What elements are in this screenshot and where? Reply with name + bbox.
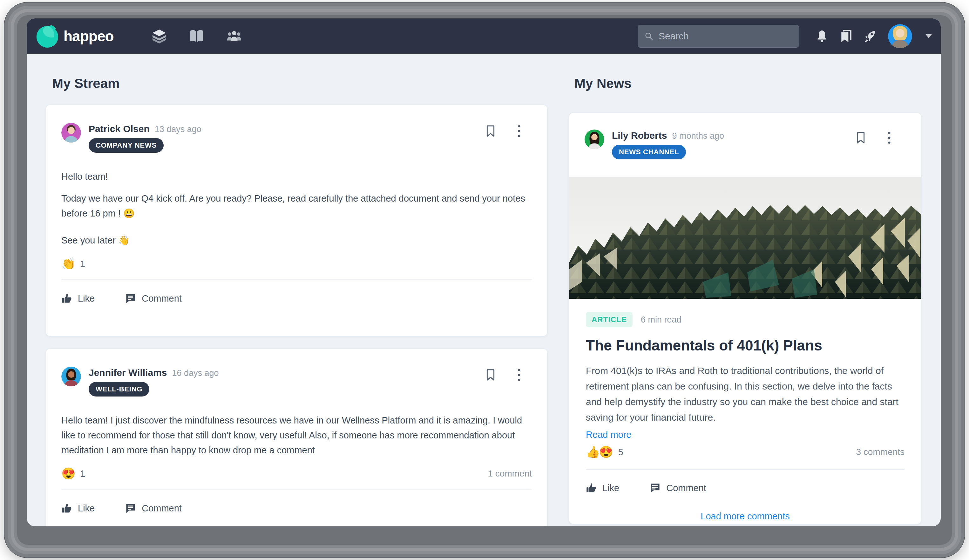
heart-eyes-emoji: 😍: [599, 446, 613, 458]
post-author-block: Jennifer Williams 16 days ago WELL-BEING: [89, 367, 219, 397]
thumbs-up-emoji: 👍: [586, 446, 600, 458]
news-post-card: Lily Roberts 9 months ago NEWS CHANNEL: [569, 113, 921, 524]
reaction-row: 👏 1: [46, 258, 547, 269]
channel-badge[interactable]: NEWS CHANNEL: [612, 145, 686, 160]
more-options-icon[interactable]: [884, 131, 895, 144]
device-frame: happeo: [5, 3, 964, 557]
comment-icon: [125, 293, 136, 304]
thumbs-up-icon: [61, 293, 72, 304]
bookmark-icon[interactable]: [485, 125, 496, 138]
chevron-down-icon[interactable]: [925, 34, 932, 39]
people-icon[interactable]: [227, 30, 241, 43]
read-time: 6 min read: [641, 315, 681, 325]
post-timestamp: 9 months ago: [672, 131, 724, 141]
post-actions: [855, 131, 895, 144]
rocket-icon[interactable]: [864, 30, 877, 43]
comment-icon: [125, 503, 136, 513]
author-avatar[interactable]: [61, 123, 81, 143]
more-options-icon[interactable]: [513, 369, 525, 381]
post-action-row: Like Comment: [46, 503, 547, 513]
post-header: Lily Roberts 9 months ago NEWS CHANNEL: [569, 113, 921, 160]
divider: [61, 489, 532, 490]
like-button[interactable]: Like: [586, 482, 619, 494]
author-name[interactable]: Patrick Olsen: [89, 123, 150, 134]
stream-post-card: Patrick Olsen 13 days ago COMPANY NEWS: [46, 105, 547, 336]
comment-button[interactable]: Comment: [125, 293, 182, 304]
more-options-icon[interactable]: [513, 125, 525, 138]
app-window: happeo: [27, 18, 941, 526]
comment-icon: [650, 482, 661, 494]
happeo-logo[interactable]: happeo: [36, 25, 114, 48]
comment-button[interactable]: Comment: [650, 482, 706, 494]
post-paragraph: See you later 👋: [61, 233, 532, 248]
post-header: Jennifer Williams 16 days ago WELL-BEING: [46, 349, 547, 397]
heart-eyes-emoji: 😍: [61, 468, 76, 479]
post-actions: [485, 369, 525, 381]
post-paragraph: Today we have our Q4 kick off. Are you r…: [61, 191, 532, 221]
author-avatar[interactable]: [584, 130, 604, 149]
top-navigation-bar: happeo: [27, 18, 941, 54]
search-box: [638, 25, 799, 48]
read-more-link[interactable]: Read more: [569, 430, 648, 440]
bookmark-icon[interactable]: [485, 369, 496, 381]
reaction-row: 😍 1 1 comment: [46, 468, 547, 479]
search-icon: [644, 31, 654, 41]
main-content: My Stream My News Patric: [27, 54, 941, 526]
clap-emoji: 👏: [61, 258, 76, 269]
stream-post-card: Jennifer Williams 16 days ago WELL-BEING: [46, 349, 547, 526]
clap-reaction[interactable]: 👏 1: [61, 258, 85, 269]
author-name[interactable]: Jennifer Williams: [89, 367, 167, 378]
thumbs-up-icon: [586, 482, 597, 494]
stream-section-title: My Stream: [52, 76, 120, 91]
post-timestamp: 13 days ago: [155, 125, 201, 134]
post-timestamp: 16 days ago: [172, 368, 218, 378]
reaction-emojis[interactable]: 👍 😍: [586, 446, 613, 458]
bookmarks-icon[interactable]: [840, 30, 852, 43]
post-paragraph: Hello team!: [61, 169, 532, 184]
comment-button[interactable]: Comment: [125, 503, 182, 513]
search-input[interactable]: [659, 31, 793, 42]
logo-text: happeo: [63, 28, 114, 45]
post-header: Patrick Olsen 13 days ago COMPANY NEWS: [46, 105, 547, 153]
user-avatar[interactable]: [888, 24, 912, 48]
reaction-row: 👍 😍 5 3 comments: [569, 446, 921, 458]
divider: [61, 279, 532, 280]
news-cover-image[interactable]: [569, 177, 921, 299]
channel-badge[interactable]: COMPANY NEWS: [89, 138, 164, 153]
heart-eyes-reaction[interactable]: 😍 1: [61, 468, 85, 479]
thumbs-up-icon: [61, 503, 72, 513]
like-button[interactable]: Like: [61, 503, 95, 513]
book-icon[interactable]: [189, 30, 204, 43]
happeo-leaf-icon: [36, 25, 59, 48]
article-meta-row: ARTICLE 6 min read: [569, 312, 921, 327]
post-author-block: Patrick Olsen 13 days ago COMPANY NEWS: [89, 123, 201, 153]
topbar-right-icons: [816, 24, 932, 48]
post-action-row: Like Comment: [569, 482, 921, 494]
post-actions: [485, 125, 525, 138]
article-headline[interactable]: The Fundamentals of 401(k) Plans: [569, 337, 921, 354]
author-name[interactable]: Lily Roberts: [612, 130, 667, 141]
load-more-comments-link[interactable]: Load more comments: [569, 511, 921, 522]
post-author-block: Lily Roberts 9 months ago NEWS CHANNEL: [612, 130, 724, 160]
article-excerpt: From 401(k)s to IRAs and Roth to traditi…: [569, 363, 921, 425]
post-body: Hello team! I just discover the mindfuln…: [46, 413, 547, 458]
like-button[interactable]: Like: [61, 293, 95, 304]
divider: [586, 469, 904, 470]
nav-icon-group: [152, 30, 241, 43]
author-avatar[interactable]: [61, 367, 81, 386]
article-type-badge: ARTICLE: [586, 312, 633, 327]
comments-count[interactable]: 3 comments: [856, 447, 905, 457]
channel-badge[interactable]: WELL-BEING: [89, 382, 149, 397]
post-action-row: Like Comment: [46, 293, 547, 304]
post-paragraph: Hello team! I just discover the mindfuln…: [61, 413, 532, 458]
bell-icon[interactable]: [816, 30, 828, 43]
news-section-title: My News: [574, 76, 632, 91]
post-body: Hello team! Today we have our Q4 kick of…: [46, 169, 547, 248]
comments-count[interactable]: 1 comment: [488, 469, 532, 479]
bookmark-icon[interactable]: [855, 131, 866, 144]
pages-icon[interactable]: [152, 30, 166, 43]
